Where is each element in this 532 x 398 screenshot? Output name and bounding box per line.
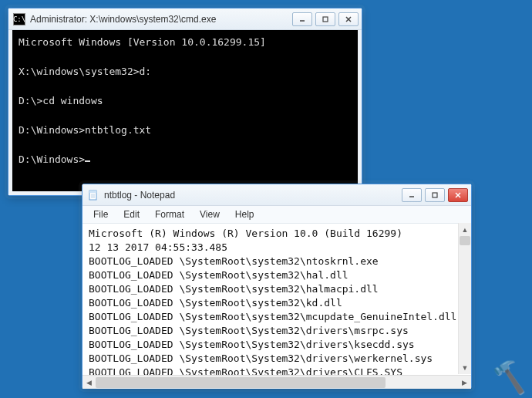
notepad-titlebar[interactable]: ntbtlog - Notepad bbox=[82, 184, 471, 206]
text-line: 12 13 2017 04:55:33.485 bbox=[89, 241, 227, 253]
cmd-line: D:\>cd windows bbox=[19, 95, 103, 106]
text-line: BOOTLOG_LOADED \SystemRoot\system32\kd.d… bbox=[89, 297, 342, 309]
menu-view[interactable]: View bbox=[194, 207, 226, 221]
text-line: BOOTLOG_LOADED \SystemRoot\System32\driv… bbox=[89, 325, 409, 336]
cmd-line: Microsoft Windows [Version 10.0.16299.15… bbox=[19, 36, 266, 48]
notepad-title: ntbtlog - Notepad bbox=[104, 190, 402, 201]
text-line: Microsoft (R) Windows (R) Version 10.0 (… bbox=[89, 228, 402, 239]
minimize-button[interactable] bbox=[402, 188, 422, 202]
maximize-icon bbox=[322, 16, 328, 22]
horizontal-scrollbar[interactable]: ◀ ▶ bbox=[82, 375, 471, 389]
maximize-button[interactable] bbox=[425, 188, 445, 202]
text-line: BOOTLOG_LOADED \SystemRoot\system32\mcup… bbox=[89, 311, 456, 322]
text-line: BOOTLOG_LOADED \SystemRoot\system32\hal.… bbox=[89, 269, 348, 281]
cmd-title: Administrator: X:\windows\system32\cmd.e… bbox=[30, 14, 292, 25]
scroll-track[interactable] bbox=[459, 236, 471, 361]
cmd-cursor bbox=[85, 160, 90, 162]
svg-rect-5 bbox=[89, 191, 96, 193]
cmd-icon: C:\ bbox=[13, 13, 25, 25]
close-button[interactable] bbox=[338, 12, 359, 26]
scroll-right-icon[interactable]: ▶ bbox=[458, 376, 471, 389]
text-line: BOOTLOG_LOADED \SystemRoot\System32\driv… bbox=[89, 352, 433, 364]
notepad-icon bbox=[87, 189, 99, 201]
svg-rect-10 bbox=[433, 193, 437, 197]
menu-format[interactable]: Format bbox=[149, 207, 190, 221]
close-icon bbox=[455, 192, 461, 198]
minimize-icon bbox=[299, 16, 305, 22]
hammer-watermark-icon: 🔨 bbox=[489, 357, 530, 396]
notepad-window: ntbtlog - Notepad File Edit Format View … bbox=[82, 184, 472, 389]
maximize-icon bbox=[432, 192, 438, 198]
menu-help[interactable]: Help bbox=[229, 207, 261, 221]
minimize-icon bbox=[409, 192, 415, 198]
scroll-left-icon[interactable]: ◀ bbox=[82, 376, 96, 389]
scroll-up-icon[interactable]: ▲ bbox=[459, 223, 471, 236]
text-line: BOOTLOG_LOADED \SystemRoot\system32\halm… bbox=[89, 283, 379, 295]
close-icon bbox=[345, 16, 352, 22]
notepad-text-area[interactable]: Microsoft (R) Windows (R) Version 10.0 (… bbox=[82, 224, 471, 375]
cmd-line: D:\Windows> bbox=[19, 153, 85, 165]
text-line: BOOTLOG_LOADED \SystemRoot\System32\driv… bbox=[89, 339, 415, 350]
maximize-button[interactable] bbox=[315, 12, 335, 26]
minimize-button[interactable] bbox=[292, 12, 312, 26]
cmd-output[interactable]: Microsoft Windows [Version 10.0.16299.15… bbox=[8, 30, 362, 195]
scroll-track[interactable] bbox=[96, 376, 458, 389]
close-button[interactable] bbox=[448, 188, 468, 202]
notepad-menubar: File Edit Format View Help bbox=[82, 206, 471, 224]
cmd-window: C:\ Administrator: X:\windows\system32\c… bbox=[8, 8, 362, 196]
scroll-thumb[interactable] bbox=[460, 236, 470, 245]
text-line: BOOTLOG_LOADED \SystemRoot\System32\driv… bbox=[89, 366, 402, 375]
menu-file[interactable]: File bbox=[87, 207, 114, 221]
cmd-titlebar[interactable]: C:\ Administrator: X:\windows\system32\c… bbox=[8, 8, 362, 30]
cmd-line: X:\windows\system32>d: bbox=[19, 66, 151, 77]
scroll-down-icon[interactable]: ▼ bbox=[459, 361, 471, 374]
menu-edit[interactable]: Edit bbox=[117, 207, 146, 221]
scroll-thumb[interactable] bbox=[96, 377, 386, 388]
svg-rect-1 bbox=[323, 17, 328, 22]
cmd-line: D:\Windows>ntbtlog.txt bbox=[19, 124, 151, 136]
text-line: BOOTLOG_LOADED \SystemRoot\system32\ntos… bbox=[89, 255, 379, 267]
vertical-scrollbar[interactable]: ▲ ▼ bbox=[458, 223, 471, 374]
